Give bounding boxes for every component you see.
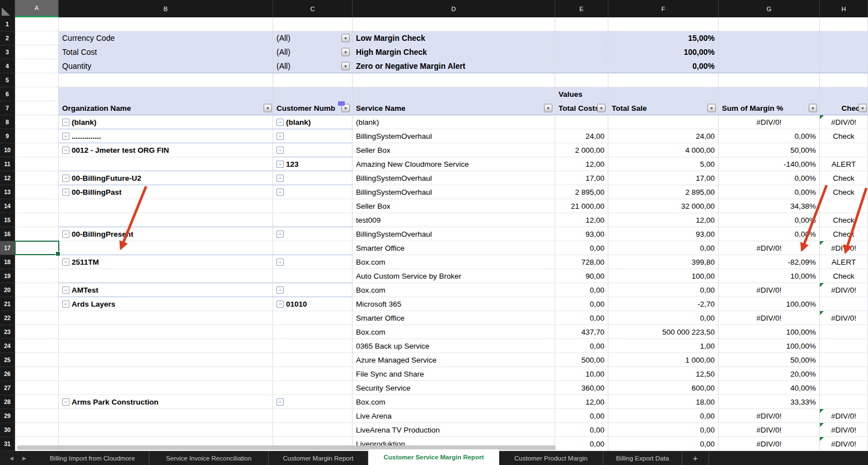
total-sale-cell[interactable]: 2 895,00 xyxy=(608,185,719,199)
cell-A28[interactable] xyxy=(15,395,59,409)
cell-A5[interactable] xyxy=(15,73,59,87)
margin-check-value-cell[interactable]: 15,00% xyxy=(608,31,719,45)
customer-cell[interactable]: −123 xyxy=(273,157,353,171)
total-sale-cell[interactable] xyxy=(608,115,719,129)
org-cell[interactable] xyxy=(59,367,273,381)
cell-A7[interactable] xyxy=(15,101,59,115)
tabs-scroll-left-icon[interactable]: ◀ xyxy=(10,455,13,461)
total-costs-cell[interactable]: 0,00 xyxy=(555,311,608,325)
total-sale-cell[interactable]: 18,00 xyxy=(608,395,719,409)
margin-cell[interactable]: 0,00% xyxy=(719,129,820,143)
customer-cell[interactable]: − xyxy=(273,129,353,143)
collapse-button[interactable]: − xyxy=(276,300,284,308)
check-cell[interactable]: #DIV/0! xyxy=(820,241,868,255)
cell-A25[interactable] xyxy=(15,353,59,367)
org-cell[interactable]: −00-BillingFuture-U2 xyxy=(59,171,273,185)
margin-check-label-cell[interactable]: High Margin Check xyxy=(353,45,555,59)
collapse-button[interactable]: − xyxy=(62,189,69,196)
empty-cell[interactable] xyxy=(820,87,868,101)
filter-value-cell[interactable]: (All)▼ xyxy=(273,45,353,59)
row-header-27[interactable]: 27 xyxy=(0,381,15,395)
filter-label-cell[interactable]: Total Cost xyxy=(59,45,273,59)
service-cell[interactable]: test009 xyxy=(353,213,555,227)
total-costs-cell[interactable]: 0,00 xyxy=(555,437,608,451)
column-header-A[interactable]: A xyxy=(15,0,59,17)
total-costs-cell[interactable]: 2 895,00 xyxy=(555,185,608,199)
column-header-E[interactable]: E xyxy=(555,0,608,17)
autofilter-button[interactable]: ▼ xyxy=(544,104,552,112)
check-cell[interactable]: Check xyxy=(820,171,868,185)
customer-cell[interactable] xyxy=(273,381,353,395)
filter-dropdown[interactable]: ▼ xyxy=(341,34,350,43)
collapse-button[interactable]: − xyxy=(276,119,284,126)
autofilter-button[interactable]: ▼ xyxy=(597,104,606,112)
cell-A21[interactable] xyxy=(15,297,59,311)
total-costs-cell[interactable]: 17,00 xyxy=(555,171,608,185)
cell-A14[interactable] xyxy=(15,199,59,213)
customer-cell[interactable]: −(blank) xyxy=(273,115,353,129)
margin-cell[interactable]: 0,00% xyxy=(719,185,820,199)
check-cell[interactable]: #DIV/0! xyxy=(820,283,868,297)
margin-cell[interactable]: #DIV/0! xyxy=(719,311,820,325)
customer-cell[interactable]: −01010 xyxy=(273,297,353,311)
empty-cell[interactable] xyxy=(608,17,719,31)
collapse-button[interactable]: − xyxy=(276,175,284,182)
filter-label-cell[interactable]: Currency Code xyxy=(59,31,273,45)
org-cell[interactable] xyxy=(59,269,273,283)
cell-A23[interactable] xyxy=(15,325,59,339)
row-header-7[interactable]: 7 xyxy=(0,101,15,115)
customer-cell[interactable]: − xyxy=(273,171,353,185)
check-cell[interactable]: #DIV/0! xyxy=(820,409,868,423)
values-label-cell[interactable]: Values xyxy=(555,87,608,101)
check-cell[interactable] xyxy=(820,325,868,339)
margin-check-label-cell[interactable]: Low Margin Check xyxy=(353,31,555,45)
total-costs-cell[interactable]: 0,00 xyxy=(555,297,608,311)
row-header-31[interactable]: 31 xyxy=(0,437,15,451)
cell-A9[interactable] xyxy=(15,129,59,143)
customer-cell[interactable] xyxy=(273,213,353,227)
service-cell[interactable]: Box.com xyxy=(353,255,555,269)
org-cell[interactable] xyxy=(59,199,273,213)
empty-cell[interactable] xyxy=(353,17,555,31)
collapse-button[interactable]: − xyxy=(276,231,284,238)
check-cell[interactable]: #DIV/0! xyxy=(820,437,868,451)
empty-cell[interactable] xyxy=(608,73,719,87)
check-cell[interactable] xyxy=(820,367,868,381)
total-sale-cell[interactable]: 24,00 xyxy=(608,129,719,143)
margin-cell[interactable]: #DIV/0! xyxy=(719,283,820,297)
sheet-tab-service-invoice-reconciliation[interactable]: Service Invoice Reconciliation xyxy=(149,451,269,465)
total-sale-cell[interactable]: 100,00 xyxy=(608,269,719,283)
empty-cell[interactable] xyxy=(820,31,868,45)
row-header-13[interactable]: 13 xyxy=(0,185,15,199)
org-cell[interactable]: −00-BillingPast xyxy=(59,185,273,199)
check-header[interactable]: Check▼ xyxy=(820,101,868,115)
service-name-header[interactable]: Service Name▼ xyxy=(353,101,555,115)
customer-cell[interactable] xyxy=(273,269,353,283)
customer-number-header[interactable]: Customer Numb▼ xyxy=(273,101,353,115)
service-cell[interactable]: BillingSystemOverhaul xyxy=(353,227,555,241)
org-cell[interactable]: −0012 - Jmeter test ORG FIN xyxy=(59,143,273,157)
cell-A24[interactable] xyxy=(15,339,59,353)
cell-A6[interactable] xyxy=(15,87,59,101)
total-costs-header[interactable]: Total Costs▼ xyxy=(555,101,608,115)
margin-header[interactable]: Sum of Margin %▼ xyxy=(719,101,820,115)
service-cell[interactable]: Microsoft 365 xyxy=(353,297,555,311)
org-cell[interactable] xyxy=(59,409,273,423)
service-cell[interactable]: Box.com xyxy=(353,283,555,297)
column-header-H[interactable]: H xyxy=(820,0,868,17)
empty-cell[interactable] xyxy=(353,87,555,101)
column-header-G[interactable]: G xyxy=(719,0,820,17)
select-all-corner[interactable] xyxy=(0,0,15,17)
cell-A8[interactable] xyxy=(15,115,59,129)
total-sale-cell[interactable]: 4 000,00 xyxy=(608,143,719,157)
margin-check-label-cell[interactable]: Zero or Negative Margin Alert xyxy=(353,59,555,73)
row-header-24[interactable]: 24 xyxy=(0,339,15,353)
check-cell[interactable]: ALERT xyxy=(820,255,868,269)
org-cell[interactable]: −.............. xyxy=(59,129,273,143)
empty-cell[interactable] xyxy=(555,59,608,73)
margin-cell[interactable]: -82,09% xyxy=(719,255,820,269)
column-header-B[interactable]: B xyxy=(59,0,273,17)
org-cell[interactable] xyxy=(59,353,273,367)
total-sale-cell[interactable]: 1 000,00 xyxy=(608,353,719,367)
empty-cell[interactable] xyxy=(555,17,608,31)
